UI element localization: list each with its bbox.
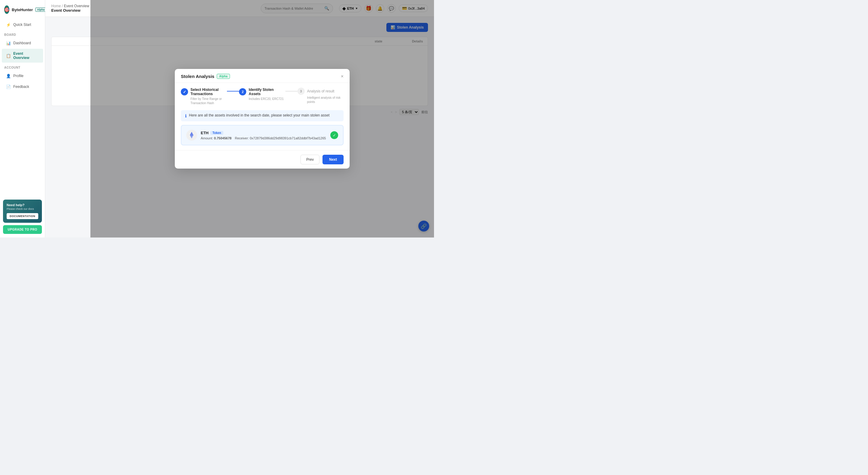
help-box: Need help? Please check our docs DOCUMEN…	[3, 200, 42, 223]
step-3-circle: 3	[298, 88, 305, 95]
modal-body: ℹ Here are all the assets involved in th…	[175, 110, 350, 145]
asset-details: Amount: 0.75045678 Receiver: 0x72879d386…	[201, 136, 327, 140]
sidebar-item-quick-start[interactable]: ⚡ Quick Start	[2, 20, 43, 30]
sidebar-item-profile[interactable]: 👤 Profile	[2, 71, 43, 81]
help-title: Need help?	[7, 203, 38, 207]
sidebar-item-feedback[interactable]: 📄 Feedback	[2, 81, 43, 92]
stolen-analysis-modal: Stolen Analysis Alpha × ✓ Select Histori…	[175, 69, 350, 169]
info-text: Here are all the assets involved in the …	[189, 113, 330, 117]
sidebar-label-event-overview: Event Overview	[13, 52, 39, 60]
prev-button[interactable]: Prev	[301, 155, 319, 164]
modal-close-button[interactable]: ×	[341, 74, 344, 79]
amount-value: 0.75045678	[214, 136, 231, 140]
sidebar-label-feedback: Feedback	[13, 84, 29, 89]
step-1-sub: Filter by Time Range or Transaction Hash	[181, 97, 222, 105]
step-2-label: Identify Stolen Assets	[249, 88, 285, 96]
asset-name: ETH	[201, 131, 209, 135]
profile-icon: 👤	[6, 73, 11, 78]
amount-label: Amount:	[201, 136, 213, 140]
app-badge: Alpha	[35, 7, 46, 12]
step-3-sub: Intelligent analysis of risk points	[298, 96, 344, 104]
feedback-icon: 📄	[6, 84, 11, 89]
step-1: ✓ Select Historical Transactions Filter …	[181, 88, 227, 105]
asset-selected-checkmark: ✓	[330, 131, 338, 139]
modal-overlay[interactable]: Stolen Analysis Alpha × ✓ Select Histori…	[90, 0, 434, 238]
sidebar: 🎯 ByteHunter Alpha ⚡ Quick Start BOARD 📊…	[0, 0, 45, 238]
breadcrumb-current: Event Overview	[64, 4, 89, 8]
next-button[interactable]: Next	[322, 155, 344, 164]
step-2: 2 Identify Stolen Assets Includes ERC20,…	[239, 88, 285, 101]
app-name: ByteHunter	[12, 7, 33, 12]
receiver-label: Receiver:	[235, 136, 249, 140]
step-1-label: Select Historical Transactions	[190, 88, 227, 96]
step-2-sub: Includes ERC20, ERC721	[239, 97, 284, 101]
sidebar-label-quick-start: Quick Start	[13, 23, 31, 27]
sidebar-label-dashboard: Dashboard	[13, 41, 31, 45]
modal-title-row: Stolen Analysis Alpha	[181, 74, 230, 79]
asset-info: ETH Token Amount: 0.75045678 Receiver: 0…	[201, 131, 327, 140]
asset-card-eth[interactable]: ETH Token Amount: 0.75045678 Receiver: 0…	[181, 125, 344, 145]
event-overview-icon: 📋	[6, 53, 11, 58]
dashboard-icon: 📊	[6, 41, 11, 45]
connector-1-2	[227, 91, 239, 92]
step-3-label: Analysis of result	[307, 89, 335, 93]
quick-start-icon: ⚡	[6, 22, 11, 27]
connector-2-3	[285, 91, 298, 92]
sidebar-item-event-overview[interactable]: 📋 Event Overview	[2, 49, 43, 63]
step-3-header: 3 Analysis of result	[298, 88, 335, 95]
main-area: Home / Event Overview Event Overview 🔍 ◈…	[45, 0, 434, 238]
board-section-label: BOARD	[0, 30, 45, 38]
receiver-value: 0x72879d386dd29d98391cb71a82ddbf7b43ad12…	[250, 136, 326, 140]
modal-stepper: ✓ Select Historical Transactions Filter …	[175, 83, 350, 110]
sidebar-item-dashboard[interactable]: 📊 Dashboard	[2, 38, 43, 48]
step-2-circle: 2	[239, 88, 246, 95]
step-3: 3 Analysis of result Intelligent analysi…	[298, 88, 344, 104]
step-1-header: ✓ Select Historical Transactions	[181, 88, 227, 96]
eth-asset-icon	[186, 130, 197, 141]
documentation-button[interactable]: DOCUMENTATION	[7, 213, 38, 219]
sidebar-logo[interactable]: 🎯 ByteHunter Alpha	[0, 0, 45, 19]
asset-name-row: ETH Token	[201, 131, 327, 135]
upgrade-to-pro-button[interactable]: UPGRADE TO PRO	[3, 225, 42, 234]
help-subtitle: Please check our docs	[7, 207, 38, 210]
sidebar-bottom: Need help? Please check our docs DOCUMEN…	[0, 196, 45, 238]
asset-type-badge: Token	[210, 131, 223, 135]
step-1-circle: ✓	[181, 88, 188, 95]
info-banner: ℹ Here are all the assets involved in th…	[181, 110, 344, 121]
sidebar-label-profile: Profile	[13, 74, 24, 78]
modal-title: Stolen Analysis	[181, 74, 214, 79]
logo-icon: 🎯	[4, 5, 9, 14]
breadcrumb-home[interactable]: Home	[51, 4, 61, 8]
modal-header: Stolen Analysis Alpha ×	[175, 69, 350, 83]
step-2-header: 2 Identify Stolen Assets	[239, 88, 285, 96]
info-icon: ℹ	[185, 113, 187, 118]
modal-alpha-badge: Alpha	[217, 74, 230, 79]
modal-footer: Prev Next	[175, 150, 350, 169]
account-section-label: ACCOUNT	[0, 63, 45, 70]
